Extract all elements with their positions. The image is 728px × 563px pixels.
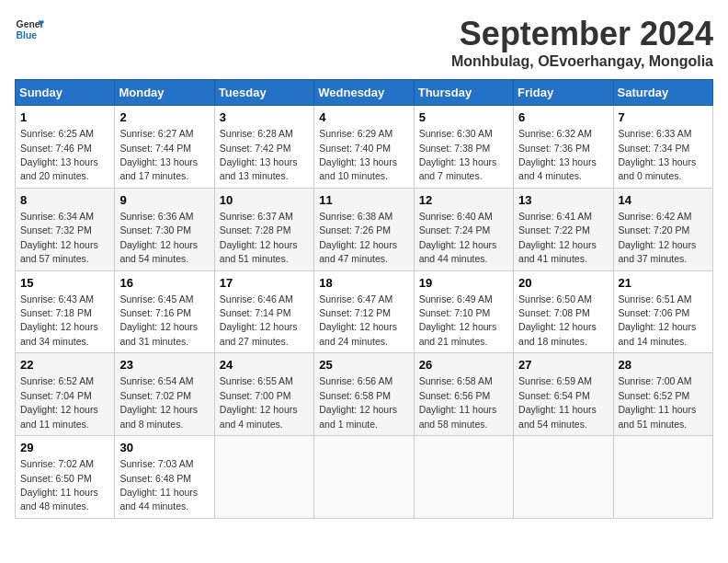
cell-info: Sunrise: 7:03 AMSunset: 6:48 PMDaylight:… (119, 458, 198, 511)
cell-info: Sunrise: 6:28 AMSunset: 7:42 PMDaylight:… (220, 128, 298, 181)
calendar-cell: 16Sunrise: 6:45 AMSunset: 7:16 PMDayligh… (115, 270, 214, 353)
cell-info: Sunrise: 6:30 AMSunset: 7:38 PMDaylight:… (419, 128, 497, 181)
calendar-cell: 15Sunrise: 6:43 AMSunset: 7:18 PMDayligh… (16, 270, 115, 353)
cell-info: Sunrise: 7:00 AMSunset: 6:52 PMDaylight:… (619, 375, 697, 429)
cell-info: Sunrise: 6:42 AMSunset: 7:20 PMDaylight:… (619, 211, 697, 264)
cell-info: Sunrise: 6:41 AMSunset: 7:22 PMDaylight:… (518, 211, 597, 264)
calendar-week-1: 1Sunrise: 6:25 AMSunset: 7:46 PMDaylight… (16, 106, 713, 189)
cell-info: Sunrise: 6:27 AMSunset: 7:44 PMDaylight:… (119, 128, 198, 181)
cell-info: Sunrise: 6:52 AMSunset: 7:04 PMDaylight:… (20, 375, 98, 429)
calendar-cell: 22Sunrise: 6:52 AMSunset: 7:04 PMDayligh… (16, 353, 115, 436)
cell-info: Sunrise: 6:25 AMSunset: 7:46 PMDaylight:… (20, 128, 98, 181)
page-header: General Blue September 2024 Monhbulag, O… (15, 15, 713, 70)
day-number: 26 (419, 357, 508, 373)
cell-info: Sunrise: 6:58 AMSunset: 6:56 PMDaylight:… (419, 375, 497, 429)
calendar-table: Sunday Monday Tuesday Wednesday Thursday… (15, 79, 713, 519)
cell-info: Sunrise: 6:59 AMSunset: 6:54 PMDaylight:… (518, 375, 597, 429)
calendar-cell (613, 436, 712, 519)
day-number: 14 (619, 192, 708, 209)
calendar-subtitle: Monhbulag, OEvoerhangay, Mongolia (451, 53, 713, 70)
calendar-cell (414, 436, 513, 519)
cell-info: Sunrise: 6:34 AMSunset: 7:32 PMDaylight:… (20, 211, 98, 264)
day-number: 11 (319, 192, 408, 209)
day-number: 25 (319, 357, 408, 373)
calendar-cell: 1Sunrise: 6:25 AMSunset: 7:46 PMDaylight… (16, 106, 115, 189)
day-number: 24 (220, 357, 309, 373)
day-number: 27 (518, 357, 608, 373)
calendar-cell: 28Sunrise: 7:00 AMSunset: 6:52 PMDayligh… (613, 353, 712, 436)
cell-info: Sunrise: 6:51 AMSunset: 7:06 PMDaylight:… (619, 293, 697, 347)
day-number: 9 (119, 192, 209, 209)
cell-info: Sunrise: 7:02 AMSunset: 6:50 PMDaylight:… (20, 458, 98, 511)
col-saturday: Saturday (613, 80, 712, 106)
calendar-cell: 10Sunrise: 6:37 AMSunset: 7:28 PMDayligh… (214, 188, 313, 270)
cell-info: Sunrise: 6:50 AMSunset: 7:08 PMDaylight:… (518, 293, 597, 347)
cell-info: Sunrise: 6:55 AMSunset: 7:00 PMDaylight:… (220, 375, 298, 429)
col-sunday: Sunday (16, 80, 115, 106)
calendar-cell: 12Sunrise: 6:40 AMSunset: 7:24 PMDayligh… (414, 188, 513, 270)
svg-text:Blue: Blue (17, 30, 38, 40)
day-number: 21 (619, 275, 708, 292)
day-number: 6 (518, 109, 608, 126)
calendar-cell (214, 436, 313, 519)
cell-info: Sunrise: 6:47 AMSunset: 7:12 PMDaylight:… (319, 293, 397, 347)
calendar-cell: 5Sunrise: 6:30 AMSunset: 7:38 PMDaylight… (414, 106, 513, 189)
cell-info: Sunrise: 6:38 AMSunset: 7:26 PMDaylight:… (319, 211, 397, 264)
col-thursday: Thursday (414, 80, 513, 106)
day-number: 19 (419, 275, 508, 292)
calendar-cell: 18Sunrise: 6:47 AMSunset: 7:12 PMDayligh… (314, 270, 414, 353)
calendar-body: 1Sunrise: 6:25 AMSunset: 7:46 PMDaylight… (16, 106, 713, 519)
day-number: 1 (20, 109, 109, 126)
day-number: 7 (619, 109, 708, 126)
calendar-cell: 19Sunrise: 6:49 AMSunset: 7:10 PMDayligh… (414, 270, 513, 353)
day-number: 29 (20, 440, 109, 456)
calendar-week-4: 22Sunrise: 6:52 AMSunset: 7:04 PMDayligh… (16, 353, 713, 436)
calendar-cell: 20Sunrise: 6:50 AMSunset: 7:08 PMDayligh… (514, 270, 613, 353)
calendar-cell: 7Sunrise: 6:33 AMSunset: 7:34 PMDaylight… (613, 106, 712, 189)
logo-icon: General Blue (15, 15, 44, 44)
calendar-cell: 11Sunrise: 6:38 AMSunset: 7:26 PMDayligh… (314, 188, 414, 270)
day-number: 20 (518, 275, 608, 292)
day-number: 28 (619, 357, 708, 373)
calendar-cell: 23Sunrise: 6:54 AMSunset: 7:02 PMDayligh… (115, 353, 214, 436)
calendar-week-5: 29Sunrise: 7:02 AMSunset: 6:50 PMDayligh… (16, 436, 713, 519)
col-tuesday: Tuesday (214, 80, 313, 106)
header-row: Sunday Monday Tuesday Wednesday Thursday… (16, 80, 713, 106)
cell-info: Sunrise: 6:36 AMSunset: 7:30 PMDaylight:… (119, 211, 198, 264)
calendar-cell: 29Sunrise: 7:02 AMSunset: 6:50 PMDayligh… (16, 436, 115, 519)
cell-info: Sunrise: 6:43 AMSunset: 7:18 PMDaylight:… (20, 293, 98, 347)
day-number: 8 (20, 192, 109, 209)
calendar-cell: 17Sunrise: 6:46 AMSunset: 7:14 PMDayligh… (214, 270, 313, 353)
calendar-week-2: 8Sunrise: 6:34 AMSunset: 7:32 PMDaylight… (16, 188, 713, 270)
day-number: 16 (119, 275, 209, 292)
calendar-cell: 27Sunrise: 6:59 AMSunset: 6:54 PMDayligh… (514, 353, 613, 436)
calendar-cell: 26Sunrise: 6:58 AMSunset: 6:56 PMDayligh… (414, 353, 513, 436)
day-number: 22 (20, 357, 109, 373)
day-number: 30 (119, 440, 209, 456)
cell-info: Sunrise: 6:37 AMSunset: 7:28 PMDaylight:… (220, 211, 298, 264)
cell-info: Sunrise: 6:45 AMSunset: 7:16 PMDaylight:… (119, 293, 198, 347)
day-number: 2 (119, 109, 209, 126)
cell-info: Sunrise: 6:49 AMSunset: 7:10 PMDaylight:… (419, 293, 497, 347)
day-number: 17 (220, 275, 309, 292)
calendar-cell: 8Sunrise: 6:34 AMSunset: 7:32 PMDaylight… (16, 188, 115, 270)
calendar-cell: 6Sunrise: 6:32 AMSunset: 7:36 PMDaylight… (514, 106, 613, 189)
day-number: 5 (419, 109, 508, 126)
cell-info: Sunrise: 6:33 AMSunset: 7:34 PMDaylight:… (619, 128, 697, 181)
day-number: 18 (319, 275, 408, 292)
calendar-cell: 21Sunrise: 6:51 AMSunset: 7:06 PMDayligh… (613, 270, 712, 353)
calendar-cell (514, 436, 613, 519)
day-number: 12 (419, 192, 508, 209)
day-number: 23 (119, 357, 209, 373)
day-number: 13 (518, 192, 608, 209)
calendar-cell: 25Sunrise: 6:56 AMSunset: 6:58 PMDayligh… (314, 353, 414, 436)
logo: General Blue (15, 15, 44, 44)
title-section: September 2024 Monhbulag, OEvoerhangay, … (451, 15, 713, 70)
calendar-title: September 2024 (451, 15, 713, 53)
calendar-cell: 24Sunrise: 6:55 AMSunset: 7:00 PMDayligh… (214, 353, 313, 436)
calendar-cell: 2Sunrise: 6:27 AMSunset: 7:44 PMDaylight… (115, 106, 214, 189)
calendar-week-3: 15Sunrise: 6:43 AMSunset: 7:18 PMDayligh… (16, 270, 713, 353)
calendar-cell (314, 436, 414, 519)
cell-info: Sunrise: 6:32 AMSunset: 7:36 PMDaylight:… (518, 128, 597, 181)
day-number: 10 (220, 192, 309, 209)
